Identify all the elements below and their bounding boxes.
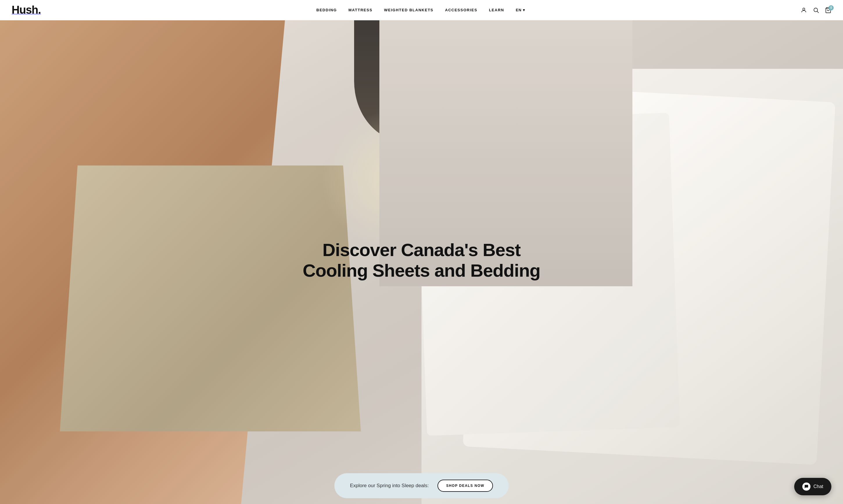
svg-point-1: [814, 8, 818, 12]
chat-icon-wrapper: [802, 483, 810, 491]
cart-button[interactable]: 0: [825, 7, 831, 13]
hero-text-block: Discover Canada's Best Cooling Sheets an…: [291, 239, 552, 281]
site-header: Hush. BEDDING MATTRESS WEIGHTED BLANKETS…: [0, 0, 843, 20]
promo-banner: Explore our Spring into Sleep deals: SHO…: [334, 473, 509, 498]
nav-weighted-blankets[interactable]: WEIGHTED BLANKETS: [384, 8, 434, 12]
hero-section: Discover Canada's Best Cooling Sheets an…: [0, 20, 843, 504]
shop-deals-button[interactable]: SHOP DEALS NOW: [438, 480, 493, 492]
language-selector[interactable]: EN ▾: [515, 8, 525, 12]
hero-background: Discover Canada's Best Cooling Sheets an…: [0, 20, 843, 504]
site-logo[interactable]: Hush.: [12, 4, 41, 16]
svg-line-2: [817, 11, 819, 13]
main-nav: BEDDING MATTRESS WEIGHTED BLANKETS ACCES…: [316, 8, 525, 12]
nav-mattress[interactable]: MATTRESS: [349, 8, 373, 12]
nav-accessories[interactable]: ACCESSORIES: [445, 8, 477, 12]
chat-button[interactable]: Chat: [794, 478, 831, 495]
chat-label: Chat: [813, 484, 823, 489]
cart-count-badge: 0: [828, 5, 834, 11]
chevron-down-icon: ▾: [523, 8, 525, 12]
chat-icon: [804, 484, 809, 489]
nav-learn[interactable]: LEARN: [489, 8, 504, 12]
nav-bedding[interactable]: BEDDING: [316, 8, 337, 12]
svg-point-0: [803, 8, 805, 10]
user-icon: [801, 7, 807, 13]
header-icons: 0: [801, 7, 831, 13]
search-button[interactable]: [813, 7, 819, 13]
promo-text: Explore our Spring into Sleep deals:: [350, 483, 429, 489]
hero-title: Discover Canada's Best Cooling Sheets an…: [291, 239, 552, 281]
user-account-button[interactable]: [801, 7, 807, 13]
search-icon: [813, 7, 819, 13]
